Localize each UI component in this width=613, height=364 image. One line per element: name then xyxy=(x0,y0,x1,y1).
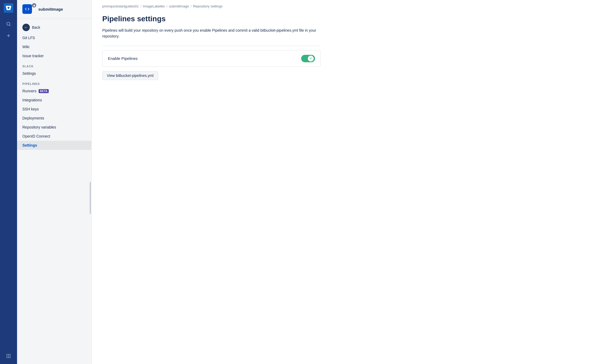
breadcrumb-current: Repository settings xyxy=(193,4,223,8)
lock-badge xyxy=(32,3,36,7)
code-icon xyxy=(24,6,30,12)
enable-pipelines-label: Enable Pipelines xyxy=(108,56,138,61)
svg-rect-10 xyxy=(7,357,7,358)
search-button[interactable] xyxy=(4,19,13,29)
breadcrumb: pmmquickstartguides01 / ImageLabeller / … xyxy=(92,0,613,8)
repo-name: submitImage xyxy=(38,7,63,11)
breadcrumb-sep-1: / xyxy=(140,4,141,8)
sidebar-scrollbar[interactable] xyxy=(90,0,91,364)
content-area: Pipelines settings Pipelines will build … xyxy=(92,8,331,91)
sidebar-item-git-lfs[interactable]: Git LFS xyxy=(17,33,91,42)
breadcrumb-repo[interactable]: submitImage xyxy=(169,4,189,8)
plus-icon xyxy=(6,33,11,38)
toggle-check-icon: ✓ xyxy=(309,57,312,60)
sidebar-item-wiki[interactable]: Wiki xyxy=(17,42,91,51)
repo-icon xyxy=(22,4,32,14)
breadcrumb-sep-2: / xyxy=(166,4,167,8)
svg-rect-7 xyxy=(7,355,7,356)
svg-line-1 xyxy=(10,25,11,26)
svg-rect-9 xyxy=(10,355,10,356)
bitbucket-logo-icon xyxy=(6,5,11,11)
sidebar: submitImage ← Back Git LFS Wiki Issue tr… xyxy=(17,0,92,364)
breadcrumb-project[interactable]: ImageLabeller xyxy=(143,4,165,8)
breadcrumb-sep-3: / xyxy=(190,4,191,8)
back-button[interactable]: ← Back xyxy=(17,22,91,33)
svg-point-0 xyxy=(7,22,10,25)
svg-rect-11 xyxy=(8,357,9,358)
scrollbar-thumb xyxy=(90,182,91,214)
sidebar-item-openid-connect[interactable]: OpenID Connect xyxy=(17,132,91,141)
sidebar-item-deployments[interactable]: Deployments xyxy=(17,114,91,123)
slack-section-label: SLACK xyxy=(17,60,91,69)
svg-rect-8 xyxy=(8,355,9,356)
divider xyxy=(102,46,321,46)
svg-rect-4 xyxy=(7,354,7,355)
sidebar-item-integrations[interactable]: Integrations xyxy=(17,96,91,105)
svg-rect-12 xyxy=(10,357,10,358)
main-content: pmmquickstartguides01 / ImageLabeller / … xyxy=(92,0,613,364)
icon-bar xyxy=(0,0,17,364)
create-button[interactable] xyxy=(4,31,13,40)
sidebar-header: submitImage xyxy=(17,0,91,18)
grid-icon xyxy=(6,353,11,359)
lock-icon xyxy=(33,4,35,7)
sidebar-item-slack-settings[interactable]: Settings xyxy=(17,69,91,78)
sidebar-item-settings[interactable]: Settings xyxy=(17,141,91,150)
sidebar-item-ssh-keys[interactable]: SSH keys xyxy=(17,105,91,114)
pipelines-section-label: PIPELINES xyxy=(17,78,91,86)
grid-button[interactable] xyxy=(4,351,13,361)
page-description: Pipelines will build your repository on … xyxy=(102,27,321,39)
sidebar-item-repository-variables[interactable]: Repository variables xyxy=(17,123,91,132)
app-logo[interactable] xyxy=(4,3,13,13)
beta-badge: BETA xyxy=(39,89,49,93)
toggle-thumb: ✓ xyxy=(308,56,314,61)
back-arrow-icon: ← xyxy=(22,24,30,31)
sidebar-nav: ← Back Git LFS Wiki Issue tracker SLACK … xyxy=(17,18,91,364)
enable-pipelines-toggle[interactable]: ✓ xyxy=(301,55,315,62)
enable-pipelines-row: Enable Pipelines ✓ xyxy=(102,50,321,67)
page-title: Pipelines settings xyxy=(102,15,321,23)
breadcrumb-org[interactable]: pmmquickstartguides01 xyxy=(102,4,139,8)
svg-rect-6 xyxy=(10,354,10,355)
toggle-track: ✓ xyxy=(301,55,315,62)
view-yaml-button[interactable]: View bitbucket-pipelines.yml xyxy=(102,71,158,80)
search-icon xyxy=(6,21,11,27)
sidebar-item-issue-tracker[interactable]: Issue tracker xyxy=(17,51,91,60)
svg-rect-5 xyxy=(8,354,9,355)
sidebar-item-runners[interactable]: Runners BETA xyxy=(17,86,91,96)
